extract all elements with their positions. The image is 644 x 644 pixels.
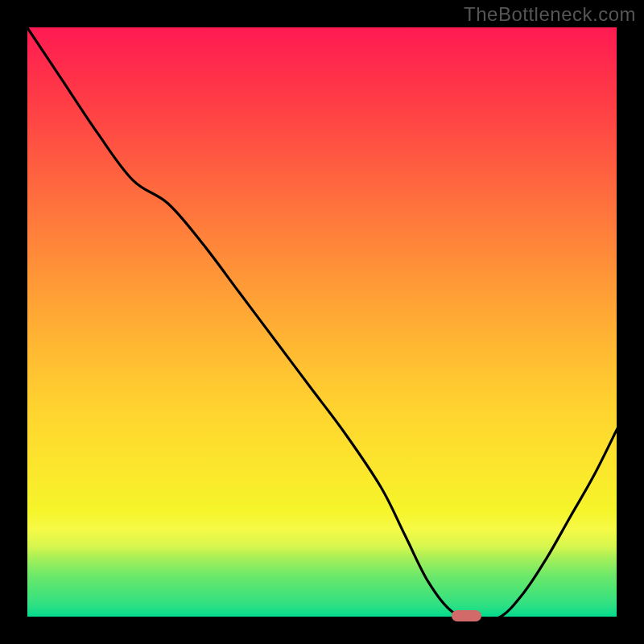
optimal-marker [452, 610, 481, 621]
chart-container: TheBottleneck.com [0, 0, 644, 644]
watermark-text: TheBottleneck.com [464, 3, 636, 26]
bottleneck-curve [27, 27, 617, 617]
plot-area [27, 27, 617, 617]
